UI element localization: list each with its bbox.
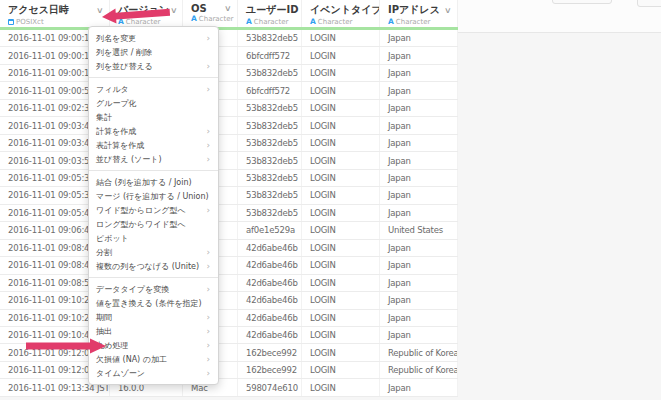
table-row: 2016-11-01 09:02:3453b832deb5LOGINJapan xyxy=(0,100,458,117)
menu-item[interactable]: 計算を作成› xyxy=(89,124,218,138)
cell-ip_address: Japan xyxy=(380,379,458,395)
column-header-os[interactable]: OS∨ACharacter xyxy=(183,0,238,27)
menu-item[interactable]: 列名を変更› xyxy=(89,31,218,45)
cell-ip_address: Japan xyxy=(380,275,458,291)
cell-ip_address: Japan xyxy=(380,135,458,151)
menu-item[interactable]: タイムゾーン› xyxy=(89,366,218,380)
cell-event_type: LOGIN xyxy=(302,275,380,291)
menu-item-label: ピボット xyxy=(96,233,129,244)
menu-item-label: データタイプを変換 xyxy=(96,284,169,295)
cell-user_id: 6bfcdff572 xyxy=(238,82,302,98)
menu-item[interactable]: 集計 xyxy=(89,110,218,124)
menu-item[interactable]: マージ (行を追加する / Union) xyxy=(89,189,218,203)
menu-item-label: 複数の列をつなげる (Unite) xyxy=(96,261,199,272)
menu-item[interactable]: ピボット xyxy=(89,231,218,245)
table-row: 2016-11-01 09:05:3453b832deb5LOGINJapan xyxy=(0,170,458,187)
column-type: ACharacter xyxy=(191,15,231,23)
character-A-icon: A xyxy=(246,18,252,26)
menu-item[interactable]: 分割› xyxy=(89,245,218,259)
cell-ip_address: Japan xyxy=(380,152,458,168)
cell-user_id: af0e1e529a xyxy=(238,222,302,238)
menu-item[interactable]: データタイプを変換› xyxy=(89,282,218,296)
menu-item[interactable]: ワイド型からロング型へ› xyxy=(89,203,218,217)
column-header-ip_address[interactable]: IPアドレス∨ACharacter xyxy=(380,0,458,27)
column-type: POSIXct xyxy=(8,18,103,26)
menu-item[interactable]: 欠損値 (NA) の加工› xyxy=(89,352,218,366)
cell-ip_address: United States xyxy=(380,222,458,238)
cell-ip_address: Japan xyxy=(380,65,458,81)
menu-item[interactable]: 列を並び替える› xyxy=(89,59,218,73)
column-title: イベントタイプ∨ xyxy=(310,3,373,17)
table-row: 2016-11-01 09:10:2842d6abe46bLOGINJapan xyxy=(0,310,458,327)
column-header-event_type[interactable]: イベントタイプ∨ACharacter xyxy=(302,0,380,27)
column-type: ACharacter xyxy=(310,18,373,26)
column-context-menu: 列名を変更›列を選択 / 削除列を並び替える›フィルタ›グループ化集計計算を作成… xyxy=(88,26,219,385)
character-A-icon: A xyxy=(191,15,197,23)
table-row: 2016-11-01 09:00:596bfcdff572LOGINJapan xyxy=(0,82,458,99)
cell-event_type: LOGIN xyxy=(302,65,380,81)
cell-user_id: 42d6abe46b xyxy=(238,257,302,273)
menu-item[interactable]: 値を置き換える (条件を指定) xyxy=(89,296,218,310)
menu-item-label: マージ (行を追加する / Union) xyxy=(96,191,209,202)
menu-item[interactable]: 結合 (列を追加する / Join) xyxy=(89,175,218,189)
menu-item[interactable]: 抽出› xyxy=(89,324,218,338)
table-row: 2016-11-01 09:08:4342d6abe46bLOGINJapan xyxy=(0,240,458,257)
menu-item-label: 表計算を作成 xyxy=(96,140,144,151)
menu-item[interactable]: 列を選択 / 削除 xyxy=(89,45,218,59)
toolbar-button-partial-right[interactable] xyxy=(637,0,661,7)
column-header-datetime[interactable]: アクセス日時∨POSIXct xyxy=(0,0,110,27)
menu-item-label: 計算を作成 xyxy=(96,126,136,137)
cell-event_type: LOGIN xyxy=(302,30,380,46)
menu-item-label: 並び替え (ソート) xyxy=(96,154,162,165)
character-A-icon: A xyxy=(388,18,394,26)
cell-ip_address: Japan xyxy=(380,310,458,326)
table-row: 2016-11-01 09:03:4653b832deb5LOGINJapan xyxy=(0,135,458,152)
menu-item-label: ロング型からワイド型へ xyxy=(96,219,186,230)
submenu-arrow-icon: › xyxy=(206,355,210,364)
chevron-down-icon[interactable]: ∨ xyxy=(224,4,232,13)
cell-user_id: 53b832deb5 xyxy=(238,152,302,168)
cell-ip_address: Japan xyxy=(380,205,458,221)
cell-ip_address: Japan xyxy=(380,187,458,203)
annotation-arrow-right-icon xyxy=(24,336,108,356)
chevron-down-icon[interactable]: ∨ xyxy=(444,6,452,15)
cell-user_id: 598074e610 xyxy=(238,379,302,395)
cell-event_type: LOGIN xyxy=(302,310,380,326)
submenu-arrow-icon: › xyxy=(206,262,210,271)
cell-user_id: 162bece992 xyxy=(238,344,302,360)
column-title: アクセス日時∨ xyxy=(8,3,103,17)
column-type-label: Character xyxy=(318,18,353,26)
cell-event_type: LOGIN xyxy=(302,100,380,116)
cell-ip_address: Japan xyxy=(380,257,458,273)
column-header-user_id[interactable]: ユーザーID∨ACharacter xyxy=(238,0,302,27)
column-label: ユーザーID xyxy=(246,3,299,17)
cell-event_type: LOGIN xyxy=(302,82,380,98)
submenu-arrow-icon: › xyxy=(206,34,210,43)
cell-event_type: LOGIN xyxy=(302,257,380,273)
menu-item-label: 期間 xyxy=(96,312,112,323)
cell-user_id: 53b832deb5 xyxy=(238,100,302,116)
column-label: イベントタイプ xyxy=(310,3,380,17)
menu-item[interactable]: 表計算を作成› xyxy=(89,138,218,152)
menu-item[interactable]: 期間› xyxy=(89,310,218,324)
menu-item[interactable]: ロング型からワイド型へ xyxy=(89,217,218,231)
menu-item[interactable]: 丸め処理› xyxy=(89,338,218,352)
cell-user_id: 53b832deb5 xyxy=(238,65,302,81)
menu-item[interactable]: 複数の列をつなげる (Unite)› xyxy=(89,259,218,273)
menu-item-label: 列を並び替える xyxy=(96,61,153,72)
cell-ip_address: Japan xyxy=(380,170,458,186)
table-row: 2016-11-01 09:08:4442d6abe46bLOGINJapan xyxy=(0,257,458,274)
column-type: ACharacter xyxy=(388,18,451,26)
cell-ip_address: Japan xyxy=(380,327,458,343)
submenu-arrow-icon: › xyxy=(206,206,210,215)
menu-item[interactable]: 並び替え (ソート)› xyxy=(89,152,218,166)
menu-item[interactable]: フィルタ› xyxy=(89,82,218,96)
menu-item[interactable]: グループ化 xyxy=(89,96,218,110)
submenu-arrow-icon: › xyxy=(206,313,210,322)
cell-event_type: LOGIN xyxy=(302,187,380,203)
column-label: アクセス日時 xyxy=(8,3,69,17)
submenu-arrow-icon: › xyxy=(206,369,210,378)
toolbar-button-partial-left[interactable] xyxy=(552,0,612,4)
cell-ip_address: Japan xyxy=(380,117,458,133)
column-type-label: Character xyxy=(254,18,289,26)
